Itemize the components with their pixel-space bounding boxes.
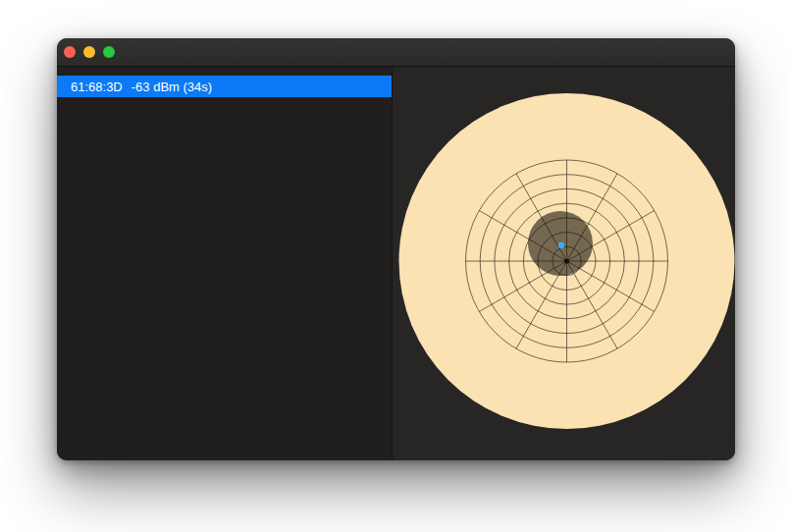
minimize-button[interactable] [83, 46, 95, 58]
app-window: 61:68:3D -63 dBm (34s) [57, 38, 735, 460]
traffic-lights [64, 46, 115, 58]
device-list-item[interactable]: 61:68:3D -63 dBm (34s) [57, 76, 392, 97]
title-bar[interactable] [57, 38, 735, 67]
device-address: 61:68:3D [71, 80, 123, 94]
radar-chart [393, 67, 735, 460]
radar-panel [392, 67, 735, 460]
device-list: 61:68:3D -63 dBm (34s) [57, 67, 392, 460]
screen: 61:68:3D -63 dBm (34s) [0, 0, 790, 532]
close-button[interactable] [64, 46, 76, 58]
window-content: 61:68:3D -63 dBm (34s) [57, 67, 735, 460]
device-signal: -63 dBm (34s) [132, 80, 212, 94]
zoom-button[interactable] [103, 46, 115, 58]
